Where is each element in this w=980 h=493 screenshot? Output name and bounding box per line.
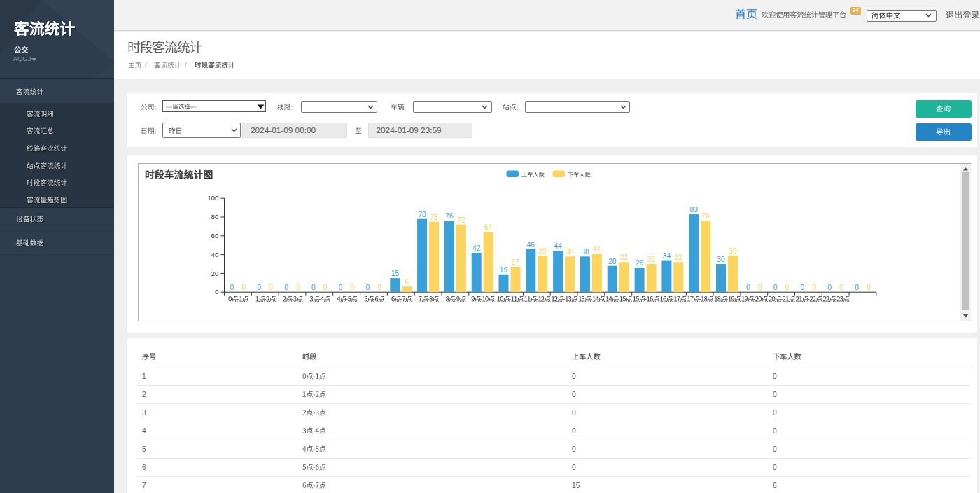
svg-text:19: 19	[500, 266, 508, 274]
svg-text:100: 100	[207, 194, 219, 202]
svg-text:0: 0	[785, 284, 790, 291]
svg-text:75: 75	[430, 214, 438, 221]
svg-text:72: 72	[457, 216, 465, 224]
svg-text:39: 39	[729, 247, 737, 255]
svg-text:0: 0	[839, 284, 844, 291]
svg-text:38: 38	[566, 248, 574, 256]
svg-text:0: 0	[284, 284, 288, 291]
svg-text:0: 0	[257, 284, 261, 291]
svg-text:26: 26	[636, 259, 644, 267]
svg-text:76: 76	[445, 212, 454, 220]
svg-text:27: 27	[512, 258, 520, 266]
svg-text:78: 78	[418, 211, 426, 218]
svg-text:39: 39	[539, 247, 547, 255]
svg-text:64: 64	[484, 223, 493, 231]
svg-text:32: 32	[620, 254, 629, 261]
svg-text:0: 0	[813, 284, 817, 291]
svg-text:0: 0	[296, 284, 300, 291]
svg-text:0: 0	[242, 284, 246, 291]
svg-text:83: 83	[690, 206, 699, 214]
svg-text:0: 0	[827, 284, 832, 291]
svg-text:41: 41	[593, 245, 601, 253]
svg-text:46: 46	[527, 241, 536, 249]
svg-text:32: 32	[675, 254, 683, 261]
svg-text:0: 0	[312, 284, 316, 291]
svg-text:15: 15	[391, 270, 400, 277]
svg-text:0: 0	[215, 288, 219, 296]
svg-text:30: 30	[648, 256, 656, 263]
svg-text:20: 20	[211, 270, 219, 277]
svg-text:76: 76	[702, 212, 710, 220]
svg-text:44: 44	[554, 242, 562, 250]
svg-text:0: 0	[323, 284, 328, 291]
svg-text:60: 60	[211, 232, 219, 239]
svg-text:0: 0	[269, 284, 273, 291]
svg-text:34: 34	[663, 252, 671, 260]
svg-text:0: 0	[758, 284, 762, 291]
svg-text:0: 0	[867, 284, 871, 291]
svg-text:0: 0	[746, 284, 750, 291]
svg-text:80: 80	[211, 213, 219, 221]
svg-text:40: 40	[211, 251, 219, 258]
svg-text:0: 0	[774, 284, 778, 291]
svg-text:0: 0	[801, 284, 805, 291]
svg-text:0: 0	[351, 284, 355, 291]
svg-text:0: 0	[378, 284, 382, 291]
svg-text:28: 28	[608, 258, 617, 265]
svg-text:0: 0	[230, 284, 234, 291]
svg-text:30: 30	[717, 256, 725, 263]
svg-text:6: 6	[405, 278, 409, 286]
svg-text:38: 38	[581, 248, 589, 256]
svg-text:0: 0	[339, 284, 343, 291]
svg-text:0: 0	[855, 284, 859, 291]
svg-text:42: 42	[472, 244, 481, 252]
svg-text:0: 0	[366, 284, 370, 291]
